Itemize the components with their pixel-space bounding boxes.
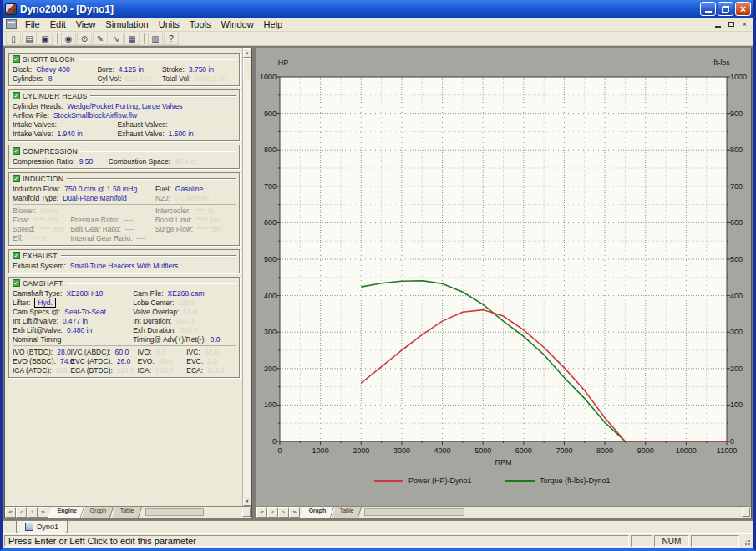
vertical-scrollbar[interactable]: ▲ ▼ xyxy=(242,48,251,506)
menu-item-units[interactable]: Units xyxy=(154,18,185,31)
field-value[interactable]: 1.0 xyxy=(207,357,217,365)
field-value[interactable]: Gasoline xyxy=(175,185,204,193)
field-value[interactable]: XE268H-10 xyxy=(66,289,103,298)
field-value[interactable]: Small-Tube Headers With Mufflers xyxy=(70,262,178,270)
field-value[interactable]: **** psi xyxy=(196,216,218,224)
field-value[interactable]: 106.0 xyxy=(155,366,173,375)
field-value[interactable]: Hyd. xyxy=(34,298,55,308)
field-value[interactable]: 60.0 xyxy=(115,348,129,356)
mdi-minimize-button[interactable] xyxy=(712,19,724,30)
sheet-nav-next-icon[interactable]: › xyxy=(27,507,38,518)
field-value[interactable]: 819.6 cc xyxy=(125,74,152,83)
checkbox-checked-icon[interactable]: ✓ xyxy=(13,92,20,99)
field-value[interactable]: 54.0 xyxy=(183,308,197,316)
graph-view-icon[interactable]: ∿ xyxy=(109,33,124,45)
sheet-scroll-track[interactable] xyxy=(364,508,464,516)
menu-item-simulation[interactable]: Simulation xyxy=(100,18,153,31)
field-value[interactable]: 9.50 xyxy=(79,157,94,166)
sheet-tab-table[interactable]: Table xyxy=(331,507,362,518)
field-value[interactable]: 8 xyxy=(48,74,53,83)
field-value[interactable]: 268.0 xyxy=(175,317,193,325)
field-value[interactable]: 38.0 xyxy=(205,348,219,356)
menu-item-view[interactable]: View xyxy=(71,18,101,31)
minimize-button[interactable] xyxy=(700,2,716,16)
field-value[interactable]: StockSmallblockAirflow.flw xyxy=(53,111,137,120)
field-value[interactable]: None xyxy=(40,207,57,215)
menu-item-tools[interactable]: Tools xyxy=(185,18,216,31)
field-value[interactable]: ---- xyxy=(137,234,146,242)
field-value[interactable]: 110.0 xyxy=(178,298,195,307)
sheet-tab-table[interactable]: Table xyxy=(111,507,142,518)
field-value[interactable]: 6556.9 cc xyxy=(195,74,226,83)
scroll-down-icon[interactable]: ▼ xyxy=(243,497,251,506)
menu-item-edit[interactable]: Edit xyxy=(45,18,71,31)
sheet-scroll-track[interactable] xyxy=(145,508,204,516)
help-icon[interactable]: ? xyxy=(164,33,179,45)
field-value[interactable]: **** rpm xyxy=(39,225,64,233)
checkbox-checked-icon[interactable]: ✓ xyxy=(13,175,20,182)
field-value[interactable]: Seat-To-Seat xyxy=(64,308,106,316)
sheet-nav-last-icon[interactable]: » xyxy=(289,507,300,518)
resize-grip[interactable] xyxy=(741,536,752,547)
sheet-tab-graph[interactable]: Graph xyxy=(81,507,114,518)
new-file-icon[interactable]: ▯ xyxy=(6,33,21,45)
restore-button[interactable] xyxy=(718,2,733,16)
checkbox-checked-icon[interactable]: ✓ xyxy=(13,279,20,287)
field-value[interactable]: Dual-Plane Manifold xyxy=(63,194,127,202)
field-value[interactable]: XE268.cam xyxy=(168,289,205,298)
field-value[interactable]: **** % xyxy=(28,234,47,242)
field-value[interactable]: 0.477 in xyxy=(63,317,88,325)
field-value[interactable]: 0.0 lbs/min xyxy=(175,194,209,202)
save-icon[interactable]: ▣ xyxy=(38,33,53,45)
checkbox-checked-icon[interactable]: ✓ xyxy=(13,252,20,259)
field-value[interactable]: ---- xyxy=(125,225,134,233)
field-value[interactable]: 0.480 in xyxy=(67,326,92,334)
document-tab-dyno1[interactable]: Dyno1 xyxy=(16,521,68,533)
sheet-nav-prev-icon[interactable]: ‹ xyxy=(267,507,278,518)
field-value[interactable]: 114.0 xyxy=(207,366,225,375)
field-value[interactable]: ---- xyxy=(124,216,133,224)
open-file-icon[interactable]: ▤ xyxy=(22,33,37,45)
field-value[interactable]: **** % xyxy=(195,207,214,215)
view-results-icon[interactable]: ◉ xyxy=(61,33,76,45)
menu-item-window[interactable]: Window xyxy=(216,18,258,31)
field-value[interactable]: 1.500 in xyxy=(169,130,194,138)
sheet-strip-grip[interactable] xyxy=(742,508,750,517)
field-value[interactable]: 96.4 cc xyxy=(175,157,197,166)
checkbox-checked-icon[interactable]: ✓ xyxy=(13,55,20,63)
field-value[interactable]: Chevy 400 xyxy=(36,65,70,74)
mdi-system-menu-icon[interactable] xyxy=(6,19,17,29)
field-value[interactable]: 750.0 cfm @ 1.50 inHg xyxy=(64,185,137,193)
field-value[interactable]: 1.940 in xyxy=(58,130,83,138)
field-value[interactable]: 3.750 in xyxy=(189,65,214,74)
menu-item-file[interactable]: File xyxy=(20,18,45,31)
field-value[interactable]: 26.0 xyxy=(117,357,131,365)
field-value[interactable]: 4.125 in xyxy=(119,65,144,74)
field-value[interactable]: 28.0 xyxy=(57,348,71,356)
scroll-up-icon[interactable]: ▲ xyxy=(243,48,251,58)
field-value[interactable]: 49.0 xyxy=(159,357,173,365)
checkbox-checked-icon[interactable]: ✓ xyxy=(13,147,20,155)
print-icon[interactable]: ▥ xyxy=(148,33,163,45)
scrollbar-thumb[interactable] xyxy=(243,58,251,79)
sheet-tab-engine[interactable]: Engine xyxy=(48,507,85,518)
field-value[interactable]: 114.0 xyxy=(117,366,134,375)
sheet-nav-prev-icon[interactable]: ‹ xyxy=(16,507,27,518)
field-value[interactable]: 280.0 xyxy=(180,326,198,334)
menu-item-help[interactable]: Help xyxy=(259,18,288,31)
sheet-tab-graph[interactable]: Graph xyxy=(300,507,334,518)
sheet-nav-first-icon[interactable]: « xyxy=(256,507,267,518)
sheet-nav-next-icon[interactable]: › xyxy=(278,507,289,518)
sheet-nav-first-icon[interactable]: « xyxy=(5,507,16,518)
edit-components-icon[interactable]: ✎ xyxy=(93,33,108,45)
field-value[interactable]: Wedge/Pocket Porting, Large Valves xyxy=(67,102,182,110)
table-view-icon[interactable]: ▦ xyxy=(124,33,140,45)
field-value[interactable]: **** cfm xyxy=(33,216,58,224)
sheet-nav-last-icon[interactable]: » xyxy=(38,507,48,518)
close-button[interactable]: × xyxy=(735,2,751,16)
field-value[interactable]: **** cfm xyxy=(197,225,221,233)
field-value[interactable]: 6.0 xyxy=(156,348,166,356)
field-value[interactable]: 0.0 xyxy=(211,335,221,344)
sheet-strip-grip[interactable] xyxy=(242,508,251,517)
mdi-close-button[interactable]: × xyxy=(738,19,751,30)
